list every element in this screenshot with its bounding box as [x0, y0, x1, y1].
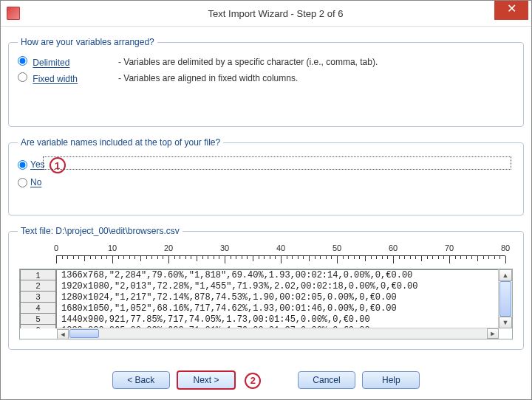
- focus-rectangle: [43, 156, 511, 170]
- scroll-down-icon[interactable]: ▼: [499, 317, 512, 328]
- ruler-label: 70: [445, 244, 454, 252]
- cancel-button[interactable]: Cancel: [298, 371, 355, 389]
- app-icon: [7, 7, 20, 20]
- window-title: Text Import Wizard - Step 2 of 6: [20, 8, 531, 19]
- line-number: 4: [20, 303, 56, 314]
- back-button[interactable]: < Back: [112, 371, 170, 389]
- ruler-label: 50: [332, 244, 341, 252]
- line-number: 2: [20, 280, 56, 292]
- yes-label: Yes: [30, 159, 45, 170]
- ruler-label: 80: [501, 244, 510, 252]
- preview-line: 1366x768,"2,284",79.60%,"1,818",69.40%,1…: [61, 270, 498, 281]
- annotation-1: 1: [50, 157, 66, 173]
- scroll-left-icon[interactable]: ◄: [57, 329, 69, 339]
- preview-line: 1280x1024,"1,217",72.14%,878,74.53%,1.90…: [61, 292, 498, 303]
- arrangement-group: How are your variables arranged? Delimit…: [8, 37, 524, 127]
- preview-line: 1680x1050,"1,052",68.16%,717,74.62%,1.93…: [61, 303, 498, 314]
- wizard-window: Text Import Wizard - Step 2 of 6 ✕ How a…: [0, 0, 532, 400]
- help-button[interactable]: Help: [362, 371, 420, 389]
- varnames-group: Are variable names included at the top o…: [8, 137, 524, 215]
- ruler-label: 10: [108, 244, 117, 252]
- vertical-scrollbar[interactable]: ▲ ▼: [498, 269, 512, 328]
- line-number: 5: [20, 314, 56, 325]
- line-number: 1: [20, 269, 56, 280]
- scroll-up-icon[interactable]: ▲: [499, 269, 512, 281]
- line-number: 3: [20, 292, 56, 303]
- ruler-label: 60: [389, 244, 398, 252]
- fixed-width-desc: - Variables are aligned in fixed width c…: [118, 73, 298, 83]
- close-button[interactable]: ✕: [494, 1, 528, 20]
- horizontal-scroll-thumb[interactable]: [69, 329, 99, 338]
- ruler-label: 40: [276, 244, 285, 252]
- preview-grid: 123456 1366x768,"2,284",79.60%,"1,818",6…: [19, 269, 513, 339]
- vertical-scroll-thumb[interactable]: [499, 281, 511, 317]
- ruler-label: 30: [220, 244, 229, 252]
- titlebar: Text Import Wizard - Step 2 of 6 ✕: [1, 1, 531, 27]
- delimited-desc: - Variables are delimited by a specific …: [118, 57, 378, 67]
- no-radio[interactable]: [18, 178, 27, 187]
- column-ruler: 01020304050607080: [56, 244, 505, 266]
- no-label: No: [30, 177, 41, 187]
- delimited-radio[interactable]: [18, 56, 27, 66]
- line-number: 6: [20, 325, 56, 328]
- yes-radio[interactable]: [18, 160, 27, 170]
- annotation-2: 2: [245, 373, 261, 389]
- scroll-right-icon[interactable]: ►: [487, 328, 499, 339]
- data-preview: 1366x768,"2,284",79.60%,"1,818",69.40%,1…: [57, 269, 499, 328]
- ruler-label: 20: [164, 244, 173, 252]
- arrangement-legend: How are your variables arranged?: [18, 37, 157, 47]
- preview-line: 1920x1080,"2,013",72.28%,"1,455",71.93%,…: [61, 281, 498, 292]
- fixed-width-label: Fixed width: [33, 74, 78, 84]
- next-button[interactable]: Next >: [177, 370, 236, 390]
- horizontal-scrollbar[interactable]: ◄ ►: [57, 328, 499, 339]
- button-bar: < Back Next > 2 Cancel Help: [8, 360, 524, 390]
- preview-group: Text file: D:\project_00\edit\browsers.c…: [8, 226, 524, 350]
- ruler-label: 0: [54, 244, 58, 252]
- preview-legend: Text file: D:\project_00\edit\browsers.c…: [18, 226, 183, 236]
- line-number-column: 123456: [20, 269, 57, 328]
- preview-line: 1440x900,921,77.85%,717,74.05%,1.73,00:0…: [61, 314, 498, 325]
- delimited-label: Delimited: [33, 58, 69, 68]
- fixed-width-radio[interactable]: [18, 72, 27, 82]
- varnames-legend: Are variable names included at the top o…: [18, 137, 223, 148]
